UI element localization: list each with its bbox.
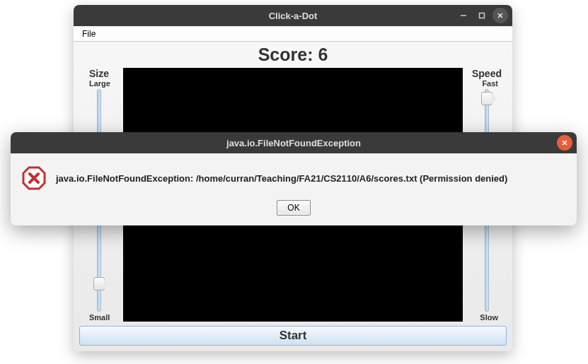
dialog-message: java.io.FileNotFoundException: /home/cur… <box>56 173 507 184</box>
score-label: Score: 6 <box>79 43 507 68</box>
menu-file[interactable]: File <box>78 28 100 40</box>
main-titlebar: Click-a-Dot <box>74 5 512 26</box>
maximize-button[interactable] <box>474 8 490 23</box>
size-label-small: Small <box>79 313 110 322</box>
start-button-label: Start <box>279 329 307 343</box>
ok-button[interactable]: OK <box>277 200 310 216</box>
svg-rect-1 <box>480 13 485 18</box>
speed-label-slow: Slow <box>480 313 507 322</box>
close-button[interactable] <box>492 8 508 23</box>
dialog-body: java.io.FileNotFoundException: /home/cur… <box>11 153 577 225</box>
main-window-title: Click-a-Dot <box>74 11 512 21</box>
size-slider-thumb[interactable] <box>93 277 105 290</box>
speed-title: Speed <box>472 68 502 79</box>
size-label-large: Large <box>79 79 110 88</box>
start-button[interactable]: Start <box>79 326 507 346</box>
dialog-buttons: OK <box>22 200 565 216</box>
dialog-window-controls <box>557 135 572 151</box>
window-controls <box>456 8 508 23</box>
dialog-message-row: java.io.FileNotFoundException: /home/cur… <box>22 166 565 190</box>
minimize-button[interactable] <box>456 8 471 23</box>
dialog-titlebar: java.io.FileNotFoundException <box>11 132 577 153</box>
speed-label-fast: Fast <box>482 79 507 88</box>
speed-slider-thumb[interactable] <box>481 92 492 105</box>
error-dialog: java.io.FileNotFoundException java.io.Fi… <box>11 132 577 225</box>
ok-button-label: OK <box>287 203 299 213</box>
menubar: File <box>74 26 512 42</box>
error-icon <box>22 166 46 190</box>
size-title: Size <box>89 68 109 79</box>
dialog-title: java.io.FileNotFoundException <box>11 138 577 148</box>
dialog-close-button[interactable] <box>557 135 572 151</box>
